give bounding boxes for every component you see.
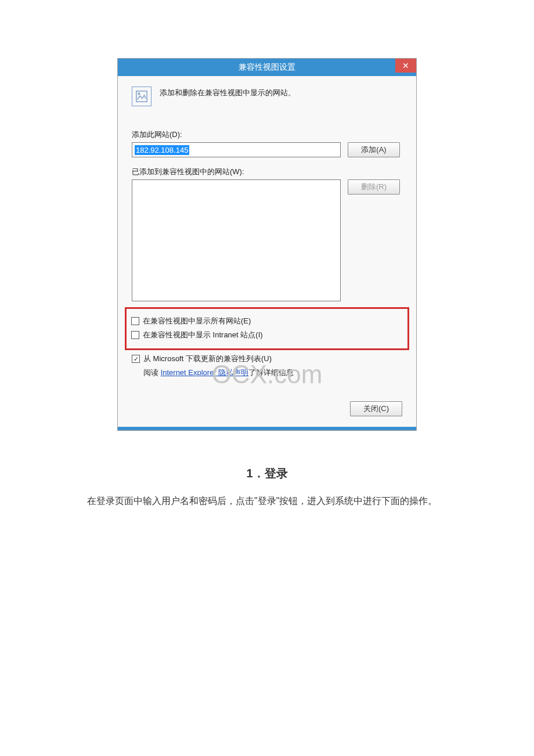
checkbox-icon[interactable]: ✓ xyxy=(132,355,140,363)
dialog-window: 兼容性视图设置 ✕ 添加和删除在兼容性视图中显示的网站。 添加此网站(D): 1… xyxy=(117,58,417,431)
dialog-body: 添加和删除在兼容性视图中显示的网站。 添加此网站(D): 182.92.108.… xyxy=(118,76,416,427)
remove-button[interactable]: 删除(R) xyxy=(348,179,400,195)
checkbox-icon[interactable] xyxy=(131,317,139,325)
svg-rect-0 xyxy=(136,91,147,102)
close-button[interactable]: 关闭(C) xyxy=(350,401,402,416)
highlighted-options: 在兼容性视图中显示所有网站(E) 在兼容性视图中显示 Intranet 站点(I… xyxy=(125,307,409,350)
check-label: 在兼容性视图中显示所有网站(E) xyxy=(143,316,251,326)
added-sites-row: 删除(R) xyxy=(132,179,402,301)
added-sites-listbox[interactable] xyxy=(132,179,341,301)
dialog-footer: 关闭(C) xyxy=(132,401,402,416)
check-all-sites[interactable]: 在兼容性视图中显示所有网站(E) xyxy=(131,316,403,326)
checkbox-icon[interactable] xyxy=(131,331,139,339)
close-icon[interactable]: ✕ xyxy=(395,59,416,73)
intro-row: 添加和删除在兼容性视图中显示的网站。 xyxy=(132,87,402,106)
check-label: 在兼容性视图中显示 Intranet 站点(I) xyxy=(143,330,263,340)
compat-icon xyxy=(132,87,151,106)
privacy-line: 阅读 Internet Explorer 隐私声明了解详细信息 xyxy=(143,368,402,378)
privacy-link[interactable]: Internet Explorer 隐私声明 xyxy=(161,368,249,377)
privacy-suffix: 了解详细信息 xyxy=(248,368,294,377)
dialog-bottom-border xyxy=(118,427,416,430)
check-intranet[interactable]: 在兼容性视图中显示 Intranet 站点(I) xyxy=(131,330,403,340)
add-site-label: 添加此网站(D): xyxy=(132,129,402,140)
check-download-list[interactable]: ✓ 从 Microsoft 下载更新的兼容性列表(U) xyxy=(132,354,402,364)
intro-text: 添加和删除在兼容性视图中显示的网站。 xyxy=(160,87,295,98)
input-value: 182.92.108.145 xyxy=(135,145,189,155)
section-paragraph: 在登录页面中输入用户名和密码后，点击"登录"按钮，进入到系统中进行下面的操作。 xyxy=(68,492,466,510)
added-sites-label: 已添加到兼容性视图中的网站(W): xyxy=(132,167,402,177)
add-button[interactable]: 添加(A) xyxy=(348,142,400,157)
privacy-prefix: 阅读 xyxy=(143,368,161,377)
add-site-row: 182.92.108.145 添加(A) xyxy=(132,142,402,157)
dialog-title: 兼容性视图设置 xyxy=(239,62,295,73)
check-label: 从 Microsoft 下载更新的兼容性列表(U) xyxy=(143,354,272,364)
section-heading: 1．登录 xyxy=(64,466,470,481)
title-bar[interactable]: 兼容性视图设置 ✕ xyxy=(118,59,416,76)
add-site-input[interactable]: 182.92.108.145 xyxy=(132,142,341,157)
svg-point-1 xyxy=(138,93,140,95)
